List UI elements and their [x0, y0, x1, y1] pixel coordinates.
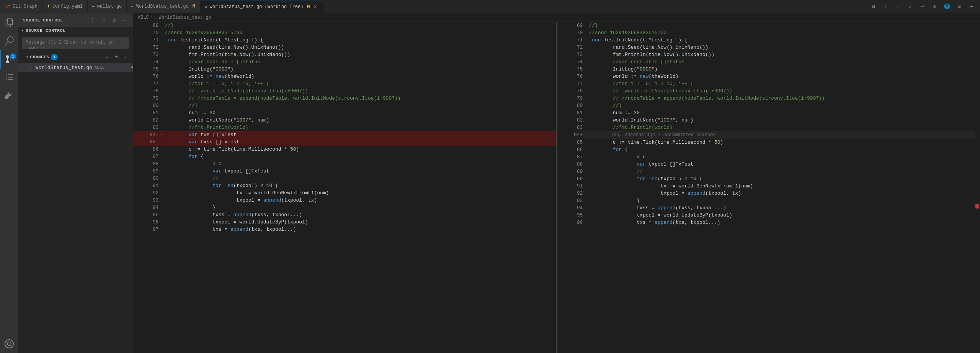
scroll-down-button[interactable]: ↓	[893, 1, 903, 12]
section-chevron-down: ▾	[21, 28, 24, 33]
breadcrumb-sep1: ›	[150, 15, 153, 20]
table-row: 95 txss = append(txss, txpool...)	[133, 211, 556, 218]
undo-button[interactable]: ↩	[917, 1, 928, 12]
tab-worldstatus-working-tree[interactable]: ∞ WorldStatus_test.go (Working Tree) M ×	[200, 0, 323, 13]
discard-changes-button[interactable]: ↩	[114, 64, 121, 71]
table-row: 74 //var nodeTable []status	[133, 58, 556, 66]
tab-git-graph[interactable]: ⎇ Git Graph	[0, 0, 42, 13]
changes-chevron: ▾	[26, 55, 29, 59]
table-row: 83 //fmt.Println(world)	[133, 124, 556, 131]
tab-close-button[interactable]: ×	[312, 4, 318, 10]
table-row: 77 //for i := 0; i < 10; i++ {	[557, 80, 980, 87]
tab-wallet-go[interactable]: ∞ wallet.go	[88, 0, 127, 13]
file-item-worldstatus[interactable]: ∞ WorldStatus_test.go ABLC ↗ ↩ + M	[18, 63, 133, 72]
changes-actions: ↩ + ✓	[103, 53, 130, 61]
go-icon-worldstatus: ∞	[131, 4, 134, 9]
source-control-section-label: SOURCE CONTROL	[26, 28, 66, 33]
panel-button[interactable]: ⊟	[954, 1, 965, 12]
sidebar-title: SOURCE CONTROL	[23, 18, 63, 23]
commit-staged-button[interactable]: ✓	[121, 53, 130, 61]
right-scrollbar-area	[975, 22, 980, 353]
inline-view-button[interactable]: ⇄	[905, 1, 916, 12]
sidebar-header: SOURCE CONTROL ⋮≡ ✓ ↺ ⋯	[18, 13, 133, 27]
table-row: 84-- var txs []TxTest	[133, 131, 556, 138]
table-row: 78 // world.InitNode(strconv.Itoa(i+9007…	[133, 87, 556, 95]
table-row: 93 }	[557, 197, 980, 204]
table-row: 93 txpool = append(txpool, tx)	[133, 197, 556, 204]
source-control-section-header[interactable]: ▾ SOURCE CONTROL	[18, 27, 133, 34]
globe-button[interactable]: 🌐	[942, 1, 952, 12]
table-row: 69//}	[133, 22, 556, 29]
activity-source-control[interactable]: 1	[0, 50, 18, 69]
changes-count-badge: 1	[51, 54, 58, 60]
table-row: 96 txpool = world.UpdateByP(txpool)	[133, 218, 556, 226]
go-icon-working-tree: ∞	[205, 5, 207, 9]
file-go-icon: ∞	[31, 64, 33, 71]
table-row: 77 //for i := 0; i < 10; i++ {	[133, 80, 556, 87]
tab-worldstatus-test[interactable]: ∞ WorldStatus_test.go M	[127, 0, 200, 13]
activity-search[interactable]	[0, 32, 18, 50]
commit-all-staged-button[interactable]: ✓	[100, 16, 108, 25]
right-editor-pane: 69//}70//seed 162919266848351570071func …	[557, 22, 980, 353]
table-row: 88 var txpool []TxTest	[557, 161, 980, 168]
table-row: 80 //}	[133, 102, 556, 109]
table-row: 78 // world.InitNode(strconv.Itoa(i+9007…	[557, 87, 980, 95]
changes-label: Changes	[30, 55, 49, 59]
table-row: 86 for {	[557, 146, 980, 153]
table-row: 81 num := 30	[133, 109, 556, 117]
open-file-button[interactable]: ↗	[107, 64, 114, 71]
table-row: 79 // //nodeTable = append(nodeTable, wo…	[557, 95, 980, 102]
table-row: 74 //var nodeTable []status	[557, 58, 980, 66]
left-code-lines[interactable]: 69//}70//seed 162919266848351570071func …	[133, 22, 556, 353]
tab-bar: ⎇ Git Graph ! config.yaml ∞ wallet.go ∞ …	[0, 0, 980, 13]
discard-all-button[interactable]: ↩	[103, 53, 111, 61]
tab-config-yaml[interactable]: ! config.yaml	[42, 0, 88, 13]
stage-file-button[interactable]: +	[122, 64, 129, 71]
refresh-button[interactable]: ↺	[110, 16, 118, 25]
changes-section-header[interactable]: ▾ Changes 1 ↩ + ✓	[18, 51, 133, 63]
editors-split: 69//}70//seed 162919266848351570071func …	[133, 22, 980, 353]
table-row: 81 num := 30	[557, 109, 980, 117]
git-graph-icon: ⎇	[5, 3, 10, 10]
table-row: 91 for len(txpool) < 10 {	[133, 182, 556, 189]
stage-all-button[interactable]: +	[112, 53, 121, 61]
table-row: 75 InitLog("0000")	[557, 66, 980, 73]
table-row: 89 //	[557, 168, 980, 175]
activity-history[interactable]	[0, 335, 18, 353]
table-row: 96 txs = append(txs, txpool...)	[557, 219, 980, 226]
changes-title: ▾ Changes 1	[26, 54, 58, 60]
commit-message-input[interactable]	[22, 37, 129, 49]
tab-worldstatus-working-tree-label: WorldStatus_test.go (Working Tree)	[210, 4, 304, 10]
table-row: 91 tx := world.GenNewTxFromF1(num)	[557, 182, 980, 190]
table-row: 88 <-c	[133, 160, 556, 167]
more-actions-tab[interactable]: ⋯	[966, 1, 977, 12]
modified-badge-1: M	[193, 4, 195, 9]
table-row: 90 for len(txpool) < 10 {	[557, 175, 980, 182]
table-row: 86 c := time.Tick(time.Millisecond * 50)	[133, 146, 556, 153]
scroll-up-button[interactable]: ↑	[880, 1, 891, 12]
modified-badge-2: M	[307, 4, 310, 10]
more-actions-sidebar[interactable]: ⋯	[120, 16, 128, 25]
view-as-tree-button[interactable]: ⋮≡	[90, 16, 98, 25]
activity-explorer[interactable]	[0, 13, 18, 32]
table-row: 71func TestInitNode(t *testing.T) {	[557, 36, 980, 44]
remote-icon	[5, 339, 14, 348]
split-editor-button[interactable]: ⊟	[868, 1, 879, 12]
table-row: 95 txpool = world.UpdateByP(txpool)	[557, 212, 980, 219]
table-row: 94 txss = append(txss, txpool...)	[557, 204, 980, 212]
right-code-lines[interactable]: 69//}70//seed 162919266848351570071func …	[557, 22, 980, 353]
file-name: WorldStatus_test.go	[36, 65, 92, 71]
table-row: 82 world.InitNode("1007", num)	[557, 117, 980, 124]
table-row: 90 //	[133, 175, 556, 182]
activity-bar: 1	[0, 13, 18, 353]
activity-run[interactable]	[0, 69, 18, 87]
activity-extensions[interactable]	[0, 87, 18, 105]
toggle-button[interactable]: ⊙	[929, 1, 940, 12]
sidebar-header-actions: ⋮≡ ✓ ↺ ⋯	[90, 16, 128, 25]
left-code-table: 69//}70//seed 162919266848351570071func …	[133, 22, 556, 233]
warning-icon: !	[47, 4, 50, 10]
breadcrumb: ABLC › ∞ WorldStatus_test.go	[133, 13, 980, 22]
table-row: 87 for {	[133, 153, 556, 160]
table-row: 69//}	[557, 22, 980, 29]
table-row: 70//seed 1629192668483515700	[557, 29, 980, 36]
